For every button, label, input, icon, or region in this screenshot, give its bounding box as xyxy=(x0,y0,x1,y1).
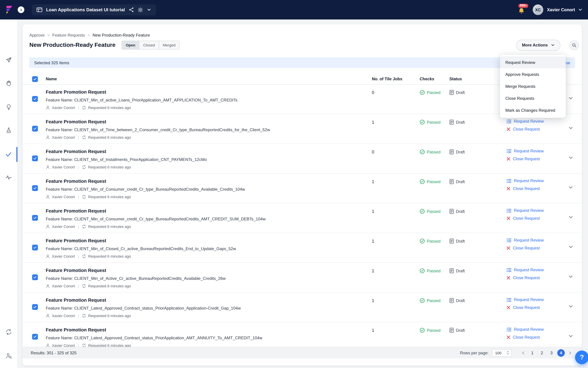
request-review-link[interactable]: Request Review xyxy=(506,238,544,243)
checks-status: Passed xyxy=(420,239,440,244)
menu-item-merge-requests[interactable]: Merge Requests xyxy=(500,80,566,92)
x-icon xyxy=(506,187,510,191)
row-expand-button[interactable] xyxy=(568,304,573,309)
checks-label: Passed xyxy=(427,209,440,214)
row-expand-button[interactable] xyxy=(568,185,573,190)
header-status[interactable]: Status xyxy=(449,76,462,81)
header-tile-jobs[interactable]: No. of Tile Jobs xyxy=(372,76,402,81)
notifications-button[interactable]: 999+ xyxy=(518,5,526,14)
menu-item-approve-requests[interactable]: Approve Requests xyxy=(500,68,566,80)
pagination-page-2[interactable]: 2 xyxy=(538,349,546,357)
close-request-link[interactable]: Close Request xyxy=(506,305,544,310)
pagination-next-button[interactable] xyxy=(567,349,574,356)
status-label: Draft xyxy=(456,149,465,154)
row-expand-button[interactable] xyxy=(568,155,573,160)
spinner-arrows-icon xyxy=(506,350,509,355)
breadcrumb-approve[interactable]: Approve xyxy=(29,33,45,37)
close-request-link[interactable]: Close Request xyxy=(506,276,544,280)
request-title[interactable]: Feature Promotion Request xyxy=(46,90,106,95)
close-request-link[interactable]: Close Request xyxy=(506,127,544,132)
row-checkbox[interactable] xyxy=(32,156,38,161)
check-icon xyxy=(33,186,37,190)
menu-item-request-review[interactable]: Request Review xyxy=(500,56,566,68)
request-title[interactable]: Feature Promotion Request xyxy=(46,327,106,332)
select-all-checkbox[interactable] xyxy=(32,76,38,82)
more-actions-button[interactable]: More Actions xyxy=(517,39,560,51)
sidebar-item-experiments[interactable] xyxy=(0,123,17,137)
pagination-prev-button[interactable] xyxy=(520,349,526,356)
tab-merged[interactable]: Merged xyxy=(159,41,179,49)
user-menu-chevron-down-icon[interactable] xyxy=(578,8,583,12)
pagination-page-4[interactable]: 4 xyxy=(557,349,565,357)
header-name[interactable]: Name xyxy=(46,76,57,81)
tile-jobs-count: 0 xyxy=(372,150,374,155)
request-title[interactable]: Feature Promotion Request xyxy=(46,179,106,184)
user-avatar[interactable]: XC xyxy=(533,4,543,15)
close-request-link[interactable]: Close Request xyxy=(506,216,544,221)
request-title[interactable]: Feature Promotion Request xyxy=(46,208,106,213)
sidebar-item-approve[interactable] xyxy=(0,147,17,161)
close-request-link[interactable]: Close Request xyxy=(506,246,544,250)
pagination-page-1[interactable]: 1 xyxy=(529,349,536,357)
share-icon[interactable] xyxy=(129,7,134,12)
row-expand-button[interactable] xyxy=(568,125,573,130)
sidebar-item-user-search[interactable] xyxy=(0,349,17,363)
request-title[interactable]: Feature Promotion Request xyxy=(46,238,106,243)
tab-closed[interactable]: Closed xyxy=(140,41,159,49)
sidebar-item-deploy[interactable] xyxy=(0,53,17,67)
catalog-chevron-down-icon[interactable] xyxy=(147,8,151,12)
row-checkbox[interactable] xyxy=(32,334,38,340)
row-expand-button[interactable] xyxy=(568,274,573,279)
sidebar-expand-button[interactable] xyxy=(18,7,24,13)
feature-name: Feature Name: CLIENT_Min_of_Installments… xyxy=(46,157,207,162)
settings-gear-icon[interactable] xyxy=(138,7,143,12)
status-label: Draft xyxy=(456,268,465,273)
request-review-link[interactable]: Request Review xyxy=(506,149,544,153)
header-checks[interactable]: Checks xyxy=(420,76,434,81)
row-expand-button[interactable] xyxy=(568,215,573,220)
row-checkbox[interactable] xyxy=(32,245,38,250)
chevron-right-icon xyxy=(568,351,572,355)
row-checkbox[interactable] xyxy=(32,304,38,310)
menu-item-close-requests[interactable]: Close Requests xyxy=(500,92,566,104)
row-expand-button[interactable] xyxy=(568,244,573,249)
sidebar-item-activity[interactable] xyxy=(0,171,17,184)
request-title[interactable]: Feature Promotion Request xyxy=(46,298,106,303)
row-checkbox[interactable] xyxy=(32,215,38,221)
request-review-link[interactable]: Request Review xyxy=(506,267,544,272)
breadcrumb-feature-requests[interactable]: Feature Requests xyxy=(52,33,85,37)
request-title[interactable]: Feature Promotion Request xyxy=(46,119,106,124)
rows-per-page-select[interactable]: 100 xyxy=(492,349,511,357)
menu-item-mark-changes-required[interactable]: Mark as Changes Required xyxy=(500,104,566,116)
sidebar-item-sync[interactable] xyxy=(0,325,17,339)
request-review-link[interactable]: Request Review xyxy=(506,297,544,302)
request-review-label: Request Review xyxy=(514,297,544,302)
row-checkbox[interactable] xyxy=(32,96,38,102)
request-title[interactable]: Feature Promotion Request xyxy=(46,149,106,154)
row-expand-button[interactable] xyxy=(568,333,573,339)
row-expand-button[interactable] xyxy=(568,96,573,101)
tab-open[interactable]: Open xyxy=(122,41,139,49)
request-title[interactable]: Feature Promotion Request xyxy=(46,268,106,273)
request-review-link[interactable]: Request Review xyxy=(506,178,544,183)
pagination-page-3[interactable]: 3 xyxy=(548,349,555,357)
sidebar-item-usecases[interactable] xyxy=(0,76,17,90)
row-checkbox[interactable] xyxy=(32,185,38,191)
close-request-link[interactable]: Close Request xyxy=(506,335,544,340)
close-request-link[interactable]: Close Request xyxy=(506,156,544,161)
sidebar-item-ideas[interactable] xyxy=(0,100,17,114)
row-checkbox[interactable] xyxy=(32,274,38,280)
request-review-link[interactable]: Request Review xyxy=(506,327,544,332)
app-logo-icon[interactable] xyxy=(3,4,15,16)
check-icon xyxy=(33,335,37,339)
search-button[interactable] xyxy=(569,40,579,50)
chevron-down-icon xyxy=(568,185,573,190)
request-review-link[interactable]: Request Review xyxy=(506,208,544,213)
request-review-link[interactable]: Request Review xyxy=(506,119,544,124)
status-badge: Draft xyxy=(449,209,465,214)
row-checkbox[interactable] xyxy=(32,126,38,132)
meta-separator: | xyxy=(78,106,79,110)
close-request-link[interactable]: Close Request xyxy=(506,186,544,191)
row-meta: Xavier Conort | Requested 6 minutes ago xyxy=(46,254,131,258)
help-button[interactable]: ? xyxy=(575,350,588,364)
